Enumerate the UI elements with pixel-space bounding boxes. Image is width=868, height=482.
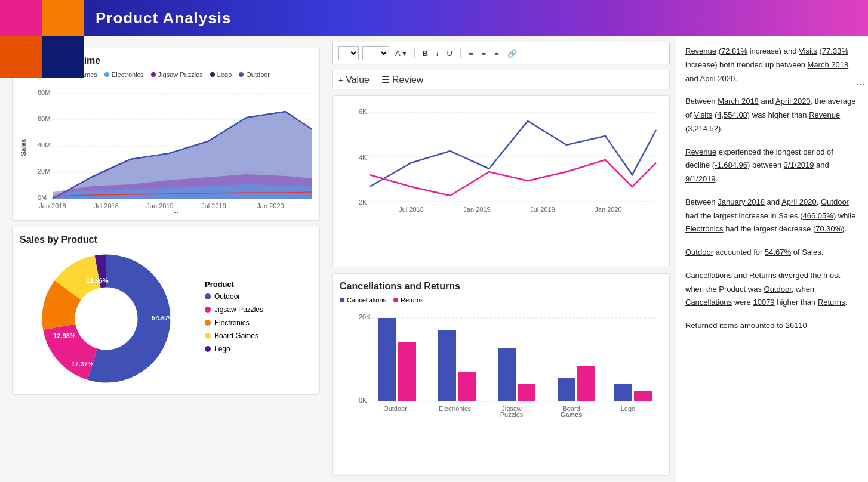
date-apr2020-3: April 2020 [781,197,817,206]
cancel-count: 10079 [753,298,774,307]
svg-point-22 [78,290,135,347]
board-cancel-bar [558,378,575,401]
date-apr2020-2: April 2020 [775,97,811,106]
align-left-btn[interactable]: ≡ [466,48,476,59]
lego-return-bar [634,391,652,401]
legend-dot-cancellations [340,298,344,302]
donut-legend-electronics: Electronics [205,319,263,327]
cancellations-title: Cancellations and Returns [340,281,662,292]
legend-label-cancellations: Cancellations [347,296,386,304]
link-btn[interactable]: 🔗 [505,48,519,59]
visits-revenue-chart: 6K 4K 2K Jul 2018 Jan 2019 Jul 2019 Jan … [340,103,662,214]
svg-text:Jan 2019: Jan 2019 [146,202,173,209]
outdoor-share: 54.67% [765,248,791,257]
donut-label-lego: Lego [214,345,230,353]
svg-text:Electronics: Electronics [439,405,471,412]
svg-text:80M: 80M [38,89,50,96]
svg-text:2K: 2K [359,199,367,206]
returns-ref2: Returns [818,298,845,307]
svg-text:Jan 2019: Jan 2019 [463,206,490,213]
legend-dot-jigsaw [151,72,156,77]
date-jan2018: January 2018 [718,197,765,206]
cancellations-legend: Cancellations Returns [340,296,662,304]
svg-text:Jan 2018: Jan 2018 [39,202,66,209]
svg-text:Jan 2020: Jan 2020 [595,206,621,213]
visits-pct1: 77.33% [822,47,848,55]
svg-text:40M: 40M [38,141,50,149]
donut-label-electronics: Electronics [214,319,250,327]
line-chart-panel: 6K 4K 2K Jul 2018 Jan 2019 Jul 2019 Jan … [332,95,670,267]
cancellations-ref2: Cancellations [685,298,732,307]
insight-5: Outdoor accounted for 54.67% of Sales. [685,246,859,259]
donut-label-jigsaw: Jigsaw Puzzles [214,305,263,314]
svg-text:Jan 2020: Jan 2020 [257,202,284,209]
tab-review-label: Review [392,75,423,85]
electronics-return-bar [458,372,476,401]
svg-text:Lego: Lego [621,405,635,412]
board-return-bar [577,366,595,401]
svg-text:Puzzles: Puzzles [500,411,524,418]
board-games-pct-label: 11.96% [86,277,109,284]
jigsaw-return-bar [518,384,535,401]
donut-legend-title: Product [205,280,263,289]
tab-review[interactable]: ☰ Review [381,74,423,85]
legend-cancellations: Cancellations [340,296,386,304]
page-title: Product Analysis [96,9,231,27]
donut-legend-lego: Lego [205,345,263,353]
main-content: Sales across time Product Board Games El… [0,36,868,482]
date-march2018-1: March 2018 [808,60,849,69]
svg-text:Year: Year [174,211,188,213]
legend-label-electronics: Electronics [112,71,144,78]
insight-6: Cancellations and Returns diverged the m… [685,269,859,310]
outdoor-ref3: Outdoor [764,285,792,293]
sales-by-product-panel: Sales by Product [12,227,320,395]
legend-returns: Returns [393,296,424,304]
plus-icon: + [338,75,343,85]
date-start: 3/1/2019 [784,160,814,169]
underline-btn[interactable]: U [445,48,455,59]
bar-chart: 20K 0K [340,307,662,418]
donut-legend-jigsaw: Jigsaw Puzzles [205,305,263,314]
bold-btn[interactable]: B [420,48,430,59]
logo-orange2 [0,36,42,78]
svg-text:Jul 2019: Jul 2019 [530,206,555,213]
revenue-pct1: 72.81% [721,47,747,55]
cancellations-returns-panel: Cancellations and Returns Cancellations … [332,273,670,476]
jigsaw-cancel-bar [498,348,516,401]
outdoor-ref2: Outdoor [685,248,713,257]
divider2 [460,48,461,58]
revenue-val: 3,214.52 [688,124,718,133]
visits-ref2: Visits [694,110,712,119]
electronics-pct-label: 12.98% [53,332,76,339]
revenue-line [370,160,656,196]
donut-legend-outdoor: Outdoor [205,292,263,301]
insight-3: Revenue experienced the longest period o… [685,146,859,186]
align-center-btn[interactable]: ≡ [479,48,489,59]
returns-ref1: Returns [749,271,777,280]
svg-text:Games: Games [561,411,583,418]
italic-btn[interactable]: I [434,48,441,59]
date-apr2020-1: April 2020 [700,74,735,83]
lego-cancel-bar [614,384,632,401]
revenue-ref2: Revenue [809,110,840,119]
sales-by-product-title: Sales by Product [20,234,312,245]
tabs-row: + Value ☰ Review [332,70,670,89]
legend-lego: Lego [210,71,232,78]
more-options-icon[interactable]: ··· [856,78,865,90]
outdoor-pct: 466.05% [803,211,833,220]
font-family-select[interactable] [338,46,359,60]
tab-value[interactable]: + Value [338,75,370,85]
legend-dot-lego [210,72,215,77]
font-size-select[interactable] [362,46,389,60]
visits-ref1: Visits [799,47,817,55]
svg-text:Outdoor: Outdoor [383,405,407,412]
svg-text:Sales: Sales [20,139,27,156]
donut-area: 54.67% 17.37% 12.98% 11.96% Product Outd… [20,250,312,387]
outdoor-pct-label: 54.67% [152,314,174,322]
insight-1: Revenue (72.81% increase) and Visits (77… [685,45,859,85]
decline-val: -1,684.96 [715,160,747,169]
align-right-btn[interactable]: ≡ [492,48,501,59]
date-march2018-2: March 2018 [718,97,759,106]
font-color-btn[interactable]: A ▾ [393,48,409,59]
svg-text:20M: 20M [38,168,50,175]
